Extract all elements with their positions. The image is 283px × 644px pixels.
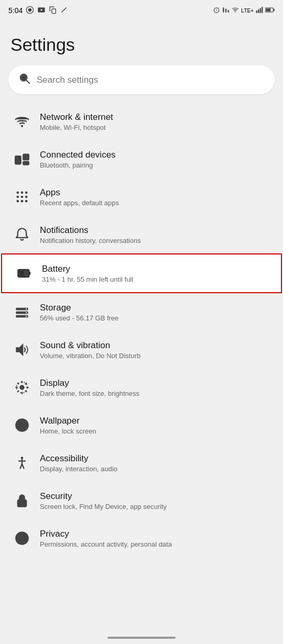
privacy-icon [10, 527, 34, 550]
privacy-title: Privacy [40, 528, 273, 540]
settings-item-battery[interactable]: Battery 31% - 1 hr, 55 min left until fu… [1, 253, 282, 293]
settings-item-sound[interactable]: Sound & vibration Volume, vibration, Do … [0, 331, 283, 369]
accessibility-icon [10, 451, 34, 474]
time: 5:04 [8, 6, 23, 15]
svg-rect-34 [19, 271, 24, 275]
settings-item-accessibility[interactable]: Accessibility Display, interaction, audi… [0, 444, 283, 482]
svg-point-1 [28, 8, 32, 12]
apps-icon [10, 185, 34, 208]
wallpaper-icon [10, 414, 34, 437]
settings-item-wallpaper[interactable]: Wallpaper Home, lock screen [0, 406, 283, 444]
notifications-subtitle: Notification history, conversations [40, 237, 273, 245]
copy-icon [49, 6, 57, 16]
settings-item-network[interactable]: Network & internet Mobile, Wi-Fi, hotspo… [0, 103, 283, 140]
notifications-text: Notifications Notification history, conv… [34, 225, 273, 245]
svg-point-31 [21, 200, 24, 203]
connected-subtitle: Bluetooth, pairing [40, 161, 273, 169]
scroll-indicator [107, 637, 176, 639]
svg-rect-7 [223, 7, 224, 12]
svg-rect-9 [228, 10, 229, 13]
svg-point-43 [19, 385, 24, 390]
svg-rect-16 [266, 8, 270, 11]
svg-rect-12 [258, 9, 259, 13]
svg-point-30 [17, 200, 19, 203]
settings-item-storage[interactable]: Storage 56% used - 56.17 GB free [0, 293, 283, 331]
diagonal-slash-icon [60, 6, 68, 15]
svg-rect-23 [23, 162, 29, 165]
storage-text: Storage 56% used - 56.17 GB free [34, 302, 273, 322]
svg-point-24 [17, 192, 19, 194]
svg-rect-13 [260, 8, 261, 13]
svg-rect-17 [274, 9, 275, 11]
battery-subtitle: 31% - 1 hr, 55 min left until full [42, 275, 270, 283]
connected-text: Connected devices Bluetooth, pairing [34, 149, 273, 169]
privacy-text: Privacy Permissions, account activity, p… [34, 528, 273, 548]
youtube-icon [37, 6, 46, 16]
lte-icon: LTE+ [241, 8, 254, 14]
svg-line-51 [22, 464, 24, 468]
svg-rect-8 [225, 8, 226, 12]
accessibility-text: Accessibility Display, interaction, audi… [34, 453, 273, 473]
settings-item-display[interactable]: Display Dark theme, font size, brightnes… [0, 369, 283, 406]
connected-icon [10, 148, 34, 171]
svg-rect-22 [23, 154, 29, 160]
battery-title: Battery [42, 263, 270, 275]
storage-subtitle: 56% used - 56.17 GB free [40, 314, 273, 322]
network-text: Network & internet Mobile, Wi-Fi, hotspo… [34, 112, 273, 131]
svg-point-47 [21, 457, 24, 459]
settings-item-privacy[interactable]: Privacy Permissions, account activity, p… [0, 519, 283, 557]
svg-point-46 [19, 421, 21, 424]
svg-point-39 [26, 308, 27, 309]
wallpaper-title: Wallpaper [40, 415, 273, 427]
svg-point-26 [25, 192, 28, 194]
battery-status-icon [265, 6, 275, 15]
svg-point-41 [26, 316, 27, 317]
sound-title: Sound & vibration [40, 340, 273, 351]
battery-icon [13, 262, 36, 285]
svg-rect-21 [15, 156, 21, 164]
settings-item-security[interactable]: Security Screen lock, Find My Device, ap… [0, 482, 283, 519]
svg-point-10 [235, 12, 236, 13]
svg-point-20 [21, 125, 23, 127]
signal-bars-icon [256, 6, 263, 15]
security-title: Security [40, 491, 273, 502]
settings-item-notifications[interactable]: Notifications Notification history, conv… [0, 216, 283, 253]
search-icon [19, 73, 30, 87]
svg-rect-11 [256, 10, 257, 13]
search-bar[interactable] [8, 65, 275, 94]
page-title: Settings [0, 19, 283, 65]
sound-subtitle: Volume, vibration, Do Not Disturb [40, 352, 273, 360]
battery-text: Battery 31% - 1 hr, 55 min left until fu… [36, 263, 270, 283]
circle-icon [26, 6, 34, 16]
svg-point-32 [25, 200, 28, 203]
search-input[interactable] [37, 75, 264, 85]
svg-rect-4 [52, 9, 56, 14]
security-icon [10, 489, 34, 512]
signal-grid-icon [222, 6, 230, 15]
storage-icon [10, 301, 34, 324]
connected-title: Connected devices [40, 149, 273, 161]
settings-item-apps[interactable]: Apps Recent apps, default apps [0, 178, 283, 216]
svg-point-53 [21, 502, 23, 504]
storage-title: Storage [40, 302, 273, 314]
svg-rect-35 [29, 272, 30, 275]
display-icon [10, 376, 34, 399]
accessibility-title: Accessibility [40, 453, 273, 464]
display-text: Display Dark theme, font size, brightnes… [34, 377, 273, 397]
svg-line-19 [26, 80, 29, 83]
privacy-subtitle: Permissions, account activity, personal … [40, 540, 273, 548]
svg-point-40 [26, 312, 27, 313]
network-icon [10, 110, 34, 133]
status-bar: 5:04 LTE+ [0, 0, 283, 19]
apps-subtitle: Recent apps, default apps [40, 199, 273, 207]
sound-text: Sound & vibration Volume, vibration, Do … [34, 340, 273, 360]
svg-point-27 [17, 196, 19, 198]
wifi-icon [232, 6, 239, 15]
svg-point-28 [21, 196, 24, 198]
settings-item-connected[interactable]: Connected devices Bluetooth, pairing [0, 140, 283, 178]
display-subtitle: Dark theme, font size, brightness [40, 390, 273, 397]
apps-text: Apps Recent apps, default apps [34, 187, 273, 207]
wallpaper-text: Wallpaper Home, lock screen [34, 415, 273, 435]
svg-rect-14 [262, 7, 263, 13]
apps-title: Apps [40, 187, 273, 198]
